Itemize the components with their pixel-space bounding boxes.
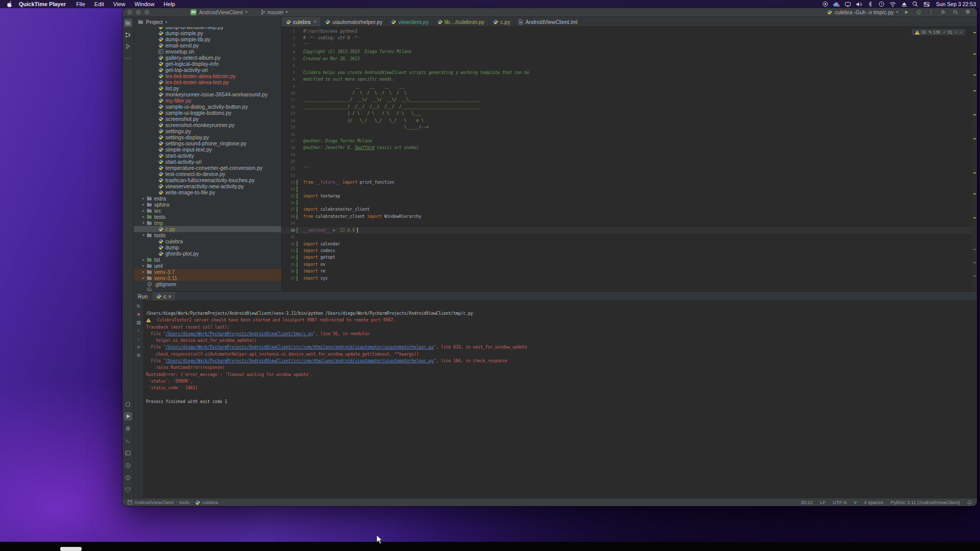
search-everywhere-button[interactable] <box>951 8 960 16</box>
structure-tool-icon[interactable] <box>124 31 132 39</box>
project-tool-icon[interactable] <box>124 19 132 27</box>
tree-item-venv-3-11[interactable]: ▸venv-3.11 <box>134 275 281 281</box>
tree-item-src[interactable]: ▸src <box>134 208 281 214</box>
tree-item-lex-bot-tester-alexa-bitcoin-py[interactable]: lex-bot-tester-alexa-bitcoin.py <box>134 73 281 79</box>
tree-item-get-logical-display-info[interactable]: get-logical-display-info <box>134 61 281 67</box>
prev-problem-icon[interactable]: ˄ <box>955 30 958 35</box>
vim-mode-icon[interactable]: V <box>854 500 857 505</box>
tree-item-trashcan-fullscreenactivity-touches-py[interactable]: trashcan-fullscreenactivity-touches.py <box>134 177 281 183</box>
stack-trace-link[interactable]: /Users/diego/Work/PycharmProjects/Androi… <box>166 344 434 350</box>
rerun-button[interactable] <box>915 8 923 16</box>
breadcrumb-project[interactable]: AndroidViewClient <box>134 499 174 505</box>
tree-item-settings-display-py[interactable]: settings-display.py <box>134 134 281 140</box>
scroll-down-icon[interactable]: ↓ <box>135 336 142 342</box>
run-config-selector[interactable]: culebra -Guh -o tmp/c.py ▾ <box>827 9 898 15</box>
run-button[interactable] <box>902 8 911 16</box>
menubar-item-window[interactable]: Window <box>130 1 159 7</box>
terminal-tool-icon[interactable] <box>124 449 132 457</box>
project-tree[interactable]: dump-ui-window-help.pydump-simple.pydump… <box>134 27 281 291</box>
stop-icon[interactable]: ■ <box>135 311 142 317</box>
rerun-icon[interactable]: ↻ <box>135 303 142 309</box>
file-encoding[interactable]: UTF-8 <box>833 499 847 505</box>
menubar-clock[interactable]: Sun Sep 3 22:53 <box>936 1 976 7</box>
tree-item--gitignore[interactable]: .gitignore <box>134 281 281 287</box>
eject-icon[interactable] <box>900 1 908 8</box>
project-selector[interactable]: AV AndroidViewClient ▾ <box>190 9 248 15</box>
interpreter-setting[interactable]: Python 3.11 (AndroidViewClient) <box>891 499 960 505</box>
stack-trace-link[interactable]: /Users/diego/Work/PycharmProjects/Androi… <box>166 331 313 337</box>
tree-item-screenshot-monkeyrunner-py[interactable]: screenshot-monkeyrunner.py <box>134 122 281 128</box>
commit-tool-icon[interactable] <box>124 42 132 51</box>
tree-item-viewserveractivity-new-activity-py[interactable]: viewserveractivity-new-activity.py <box>134 183 281 189</box>
tree-item-c-py[interactable]: c.py <box>134 226 281 232</box>
cloud-icon[interactable] <box>833 1 841 8</box>
tree-item-gallery-select-album-py[interactable]: gallery-select-album.py <box>134 55 281 61</box>
tab-viewclient-py[interactable]: viewclient.py <box>387 17 433 27</box>
run-tool-icon[interactable] <box>124 412 132 420</box>
tab-c-py[interactable]: c.py <box>489 17 514 27</box>
record-icon[interactable] <box>822 1 829 8</box>
tree-item-culebra[interactable]: culebra <box>134 238 281 244</box>
wifi-icon[interactable] <box>889 1 897 8</box>
editor-scrollbar[interactable] <box>972 27 977 291</box>
search-icon[interactable] <box>912 1 919 8</box>
line-ending[interactable]: LF <box>820 499 826 505</box>
tree-item-simple-input-text-py[interactable]: simple-input-text.py <box>134 146 281 153</box>
menubar-item-edit[interactable]: Edit <box>90 1 109 7</box>
restore-layout-icon[interactable]: ▤ <box>135 319 142 325</box>
tab-androidviewclient-iml[interactable]: AndroidViewClient.iml <box>514 17 582 27</box>
tree-item-extra[interactable]: ▸extra <box>134 195 281 202</box>
more-tool-windows-icon[interactable]: ⋯ <box>124 54 132 62</box>
tree-item-uml[interactable]: ▸uml <box>134 263 281 269</box>
tree-item-sample-ui-dialog-activity-button-py[interactable]: sample-ui-dialog_activity-button.py <box>134 104 281 110</box>
tree-item-venv-3-7[interactable]: ▸venv-3.7 <box>134 269 281 275</box>
tree-item-email-send-py[interactable]: email-send.py <box>134 42 281 48</box>
scroll-up-icon[interactable]: ↑ <box>135 328 142 334</box>
menubar-item-view[interactable]: View <box>109 1 130 7</box>
code-editor[interactable]: 16 ✎138 ✓31 ˄ ˅ 1#!/usr/bin/env python32… <box>282 27 977 291</box>
bluetooth-icon[interactable] <box>867 1 874 8</box>
tree-item-settings-sound-phone-ringtone-py[interactable]: settings-sound-phone_ringtone.py <box>134 140 281 146</box>
run-tab[interactable]: c × <box>153 292 175 300</box>
tree-item-tools[interactable]: ▾tools <box>134 232 281 238</box>
tree-item-write-image-to-file-py[interactable]: write-image-to-file.py <box>134 189 281 195</box>
titlebar[interactable]: AV AndroidViewClient ▾ master ▾ culebra … <box>122 8 977 17</box>
tree-item-start-activity-uri[interactable]: start-activity-uri <box>134 159 281 165</box>
tab-uiautomatorhelper-py[interactable]: uiautomatorhelper.py <box>321 17 387 27</box>
indent-setting[interactable]: 4 spaces <box>864 499 884 505</box>
tree-item-dump-simple-py[interactable]: dump-simple.py <box>134 30 281 36</box>
settings-button[interactable]: ⚙ <box>964 8 972 16</box>
services-tool-icon[interactable]: ⚙ <box>124 424 132 433</box>
zoom-window-button[interactable] <box>144 10 150 15</box>
code-with-me-button[interactable] <box>939 8 947 16</box>
breadcrumb-folder[interactable]: tools <box>179 499 189 505</box>
clear-icon[interactable]: ⊘ <box>135 352 142 358</box>
tree-item-get-top-activity-uri[interactable]: get-top-activity-uri <box>134 67 281 73</box>
tree-item-dump[interactable]: dump <box>134 244 281 251</box>
tab-culebra[interactable]: culebra× <box>282 17 321 27</box>
tree-item-sphinx[interactable]: ▸sphinx <box>134 202 281 208</box>
tree-item-temperature-converter-get-conversion-py[interactable]: temperature-converter-get-conversion.py <box>134 165 281 171</box>
tree-item-settings-py[interactable]: settings.py <box>134 128 281 134</box>
stack-trace-link[interactable]: /Users/diego/Work/PycharmProjects/Androi… <box>166 358 434 364</box>
next-problem-icon[interactable]: ˅ <box>960 30 962 35</box>
volume-icon[interactable] <box>855 1 863 8</box>
tree-item-lex-bot-tester-alexa-test-py[interactable]: lex-bot-tester-alexa-test.py <box>134 79 281 85</box>
tree-item-tests[interactable]: ▸tests <box>134 214 281 220</box>
tree-item-list-py[interactable]: list.py <box>134 85 281 91</box>
branch-selector[interactable]: master ▾ <box>261 9 288 15</box>
notifications-icon[interactable] <box>967 500 972 505</box>
tree-item-tst[interactable]: ▸tst <box>134 257 281 263</box>
caret-position[interactable]: 30:21 <box>801 499 813 505</box>
tab-lib-culebron-py[interactable]: lib…/culebron.py <box>433 17 489 27</box>
more-actions-button[interactable]: ⋮ <box>927 8 935 16</box>
tree-item-my-filter-py[interactable]: my-filter.py <box>134 97 281 104</box>
favorites-tool-icon[interactable] <box>124 486 132 494</box>
control-center-icon[interactable] <box>923 1 930 8</box>
tree-item-test-connect-to-device-py[interactable]: test-connect-to-device.py <box>134 171 281 177</box>
problems-tool-icon[interactable] <box>124 461 132 469</box>
close-icon[interactable]: × <box>313 19 316 24</box>
close-window-button[interactable] <box>127 10 132 15</box>
menubar-item-help[interactable]: Help <box>159 1 180 7</box>
menubar-item-file[interactable]: File <box>71 1 90 7</box>
